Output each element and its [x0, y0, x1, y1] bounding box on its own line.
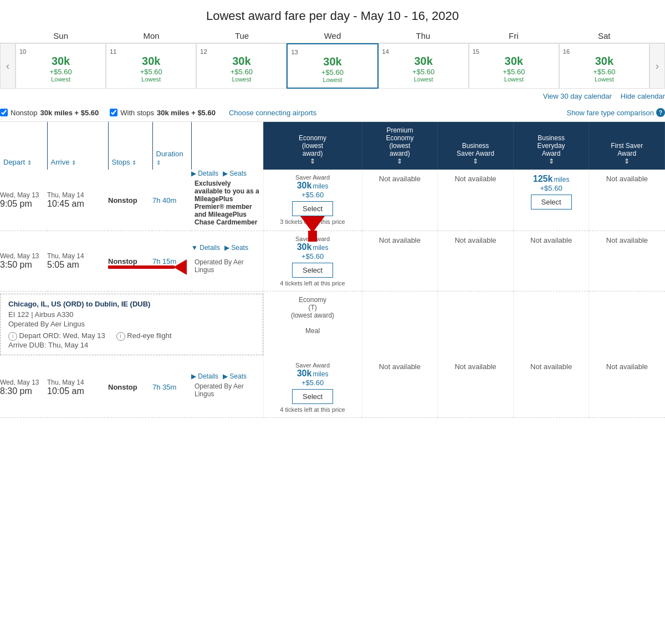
flight2-detail-cell: Chicago, IL, US (ORD) to Dublin, IE (DUB…: [0, 292, 263, 357]
calendar-cell-4[interactable]: 14 30k +$5.60 Lowest: [378, 43, 469, 89]
depart-info-icon: i: [8, 332, 17, 341]
redeye-info-icon: i: [116, 332, 125, 341]
calendar-links: View 30 day calendar Hide calendar: [0, 89, 665, 104]
calendar-cell-2[interactable]: 12 30k +$5.60 Lowest: [196, 43, 287, 89]
flight1-biz-everyday-select-button[interactable]: Select: [531, 195, 572, 209]
hide-calendar-link[interactable]: Hide calendar: [621, 92, 665, 100]
flight2-arrive: Thu, May 14 5:05 am: [47, 231, 108, 292]
flight1-arrive-time: 10:45 am: [47, 199, 108, 209]
calendar-fee-0: +$5.60: [19, 68, 102, 76]
flight3-tickets-left: 4 tickets left at this price: [267, 406, 359, 413]
calendar-label-0: Lowest: [19, 76, 102, 83]
view-30-day-calendar-link[interactable]: View 30 day calendar: [543, 92, 612, 100]
calendar-date-5: 15: [473, 48, 555, 55]
flight1-biz-everyday-miles: 125k: [533, 174, 553, 184]
flight2-seats-link[interactable]: ▶ Seats: [224, 244, 248, 252]
nonstop-checkbox[interactable]: [0, 109, 8, 116]
flight1-fare-biz-saver: Not available: [438, 170, 514, 231]
calendar-cell-1[interactable]: 11 30k +$5.60 Lowest: [106, 43, 196, 89]
flight2-arrive-day: Thu, May 14: [47, 252, 108, 260]
flight3-details-col: ▶ Details ▶ Seats Operated By Aer Lingus: [191, 357, 263, 418]
calendar-day-fri: Fri: [468, 29, 559, 43]
flight2-depart-time: 3:50 pm: [0, 260, 47, 270]
calendar-next-button[interactable]: ›: [649, 43, 665, 89]
depart-sort-icon: ⇕: [27, 160, 32, 166]
stops-sort-icon: ⇕: [132, 160, 136, 166]
flight2-fare-biz-saver: Not available: [438, 231, 514, 292]
calendar-date-1: 11: [110, 48, 192, 55]
flight2-biz-everyday-na: Not available: [530, 236, 572, 244]
calendar-section: Sun Mon Tue Wed Thu Fri Sat ‹ 10 30k +$5…: [0, 29, 665, 104]
flight3-biz-saver-na: Not available: [454, 362, 496, 371]
flight1-fare-economy: Saver Award 30k miles +$5.60 Select: [263, 170, 362, 231]
calendar-miles-5: 30k: [473, 55, 555, 68]
flight2-biz-saver-na: Not available: [454, 236, 496, 244]
calendar-cell-5[interactable]: 15 30k +$5.60 Lowest: [469, 43, 559, 89]
flight2-detail-fare-first-saver: [589, 292, 665, 357]
table-row: Wed, May 13 3:50 pm Thu, May 14 5:05 am …: [0, 231, 665, 292]
calendar-day-thu: Thu: [378, 29, 468, 43]
fare-comparison-link[interactable]: Show fare type comparison ?: [566, 108, 665, 117]
flight3-economy-miles-label: miles: [313, 370, 328, 378]
calendar-fee-3: +$5.60: [291, 68, 374, 76]
calendar-label-3: Lowest: [291, 76, 374, 83]
flight2-operator: Operated By Aer Lingus: [8, 320, 255, 328]
flight3-fare-biz-everyday: Not available: [513, 357, 589, 418]
calendar-cell-3[interactable]: 13 30k +$5.60 Lowest: [287, 43, 378, 89]
flight2-detail-fare-label: Economy(T)(lowest award): [267, 296, 359, 319]
flight3-duration: 7h 35m: [152, 357, 191, 418]
calendar-prev-button[interactable]: ‹: [0, 43, 16, 89]
flight2-detail-fare-biz-saver: [438, 292, 514, 357]
duration-label: Duration: [156, 150, 183, 158]
flight3-details-link[interactable]: ▶ Details: [191, 372, 218, 380]
calendar-miles-3: 30k: [291, 55, 374, 68]
calendar-miles-2: 30k: [200, 55, 283, 68]
with-stops-label: With stops: [120, 109, 154, 117]
flight3-fare-premium: Not available: [362, 357, 438, 418]
flight3-arrive-day: Thu, May 14: [47, 379, 108, 386]
flight1-economy-select-button[interactable]: Select: [292, 201, 333, 216]
flight1-seats-link[interactable]: ▶ Seats: [223, 170, 247, 177]
flight1-details-link[interactable]: ▶ Details: [191, 170, 218, 177]
sort-duration[interactable]: Duration ⇕: [152, 122, 191, 170]
sort-stops[interactable]: Stops ⇕: [108, 122, 152, 170]
page-title: Lowest award fare per day - May 10 - 16,…: [0, 0, 665, 29]
flight3-depart-time: 8:30 pm: [0, 386, 47, 396]
fare-comparison-info-icon[interactable]: ?: [656, 108, 665, 117]
sort-depart[interactable]: Depart ⇕: [0, 122, 47, 170]
with-stops-filter[interactable]: With stops 30k miles + $5.60: [110, 109, 216, 117]
flight2-details-link[interactable]: ▼ Details: [191, 244, 220, 252]
flight2-economy-select-button[interactable]: Select: [292, 263, 333, 278]
flight1-saver-label: Saver Award: [267, 174, 359, 181]
flight1-stops: Nonstop: [108, 170, 152, 231]
flight1-economy-fee: +$5.60: [267, 191, 359, 199]
flight2-first-saver-na: Not available: [606, 236, 648, 244]
flight3-seats-link[interactable]: ▶ Seats: [223, 372, 247, 380]
calendar-fee-4: +$5.60: [382, 68, 465, 76]
flight2-economy-fee: +$5.60: [267, 252, 359, 260]
calendar-cell-0[interactable]: 10 30k +$5.60 Lowest: [16, 43, 106, 89]
calendar-cell-6[interactable]: 16 30k +$5.60 Lowest: [559, 43, 649, 89]
flight2-depart: Wed, May 13 3:50 pm: [0, 231, 47, 292]
flight1-arrive: Thu, May 14 10:45 am: [47, 170, 108, 231]
flight1-first-saver-na: Not available: [606, 175, 648, 183]
flight2-depart-day: Wed, May 13: [0, 252, 47, 260]
arrive-sort-icon: ⇕: [71, 160, 76, 166]
calendar-day-sat: Sat: [559, 29, 649, 43]
connecting-airports-link[interactable]: Choose connecting airports: [229, 109, 316, 117]
nonstop-filter[interactable]: Nonstop 30k miles + $5.60: [0, 109, 99, 117]
flight2-detail-fare-biz-everyday: [513, 292, 589, 357]
calendar-date-3: 13: [291, 49, 374, 55]
bottom-divider: [0, 417, 665, 418]
calendar-label-4: Lowest: [382, 76, 465, 83]
flight1-depart: Wed, May 13 9:05 pm: [0, 170, 47, 231]
details-col-header: [191, 122, 263, 170]
nonstop-miles: 30k miles + $5.60: [40, 109, 99, 117]
calendar-miles-1: 30k: [110, 55, 192, 68]
sort-arrive[interactable]: Arrive ⇕: [47, 122, 108, 170]
flight2-details-col: ▼ Details ▶ Seats Operated By Aer Lingus: [191, 231, 263, 292]
flight2-detail-box: Chicago, IL, US (ORD) to Dublin, IE (DUB…: [0, 294, 263, 355]
flight3-economy-select-button[interactable]: Select: [292, 389, 333, 404]
with-stops-checkbox[interactable]: [110, 109, 117, 116]
calendar-days-header: Sun Mon Tue Wed Thu Fri Sat: [0, 29, 665, 43]
